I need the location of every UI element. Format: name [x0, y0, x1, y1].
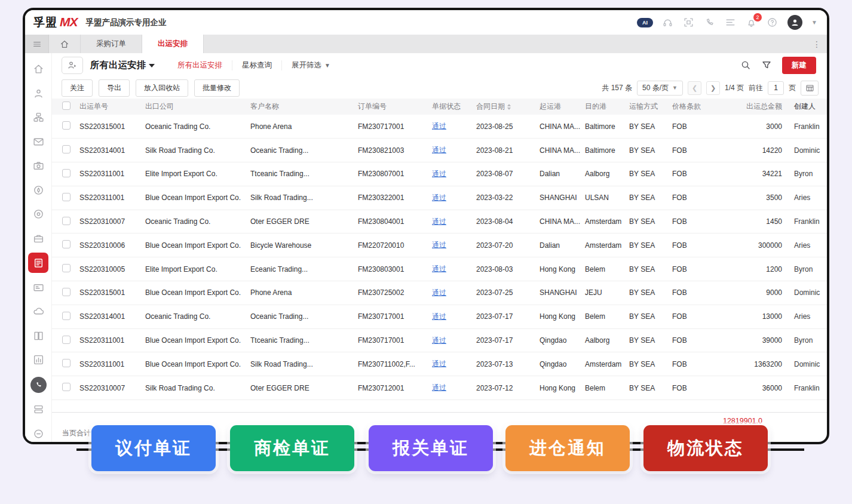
status-link[interactable]: 通过 [432, 336, 446, 345]
status-link[interactable]: 通过 [432, 146, 446, 154]
scan-icon[interactable] [683, 17, 695, 29]
table-row[interactable]: SS220315001Blue Ocean Import Export Co.P… [52, 281, 829, 305]
status-link[interactable]: 通过 [432, 217, 446, 226]
workflow-button-议付单证[interactable]: 议付单证 [91, 425, 216, 471]
current-view-title[interactable]: 所有出运安排 [90, 59, 155, 72]
row-checkbox[interactable] [62, 121, 71, 130]
row-checkbox[interactable] [62, 240, 71, 248]
table-row[interactable]: SS220314001Silk Road Trading Co.Oceanic … [52, 139, 829, 162]
row-checkbox[interactable] [62, 217, 71, 225]
workspace-menu-icon[interactable] [25, 35, 49, 53]
row-checkbox[interactable] [62, 193, 71, 201]
tab-home[interactable] [49, 35, 81, 53]
top-bar: 孚盟 MX 孚盟产品演示专用企业 AI 2 ▼ [25, 10, 827, 35]
row-checkbox[interactable] [62, 169, 71, 177]
sidebar-home-icon[interactable] [31, 62, 46, 76]
table-row[interactable]: SS220310005Elite Import Export Co.Eceani… [52, 257, 829, 281]
sidebar-chart-icon[interactable] [31, 352, 46, 367]
ai-assistant-badge[interactable]: AI [637, 18, 653, 27]
table-row[interactable]: SS220310007Oceanic Trading Co.Oter EGGER… [52, 210, 829, 233]
sidebar-location-icon[interactable] [31, 207, 46, 222]
select-all-checkbox[interactable] [62, 102, 71, 110]
column-header-合同日期[interactable]: 合同日期 [474, 99, 537, 115]
view-tab-星标查询[interactable]: 星标查询 [232, 60, 281, 70]
status-link[interactable]: 通过 [432, 312, 446, 321]
column-header-客户名称: 客户名称 [248, 99, 355, 115]
workflow-button-商检单证[interactable]: 商检单证 [230, 425, 354, 471]
column-settings-icon[interactable] [801, 81, 819, 96]
help-icon[interactable] [767, 17, 779, 29]
status-link[interactable]: 通过 [432, 383, 446, 392]
account-chevron-down-icon[interactable]: ▼ [811, 19, 817, 26]
next-page-button[interactable]: ❯ [706, 81, 720, 95]
table-row[interactable]: SS220311001Blue Ocean Import Export Co.S… [52, 186, 829, 210]
table-row[interactable]: SS220310006Blue Ocean Import Export Co.B… [52, 233, 829, 257]
status-link[interactable]: 通过 [432, 359, 446, 368]
row-checkbox[interactable] [62, 383, 71, 391]
filter-funnel-icon[interactable] [761, 60, 773, 71]
page-size-select[interactable]: 50 条/页 ▼ [637, 81, 683, 96]
status-link[interactable]: 通过 [432, 265, 446, 273]
row-checkbox[interactable] [62, 145, 71, 153]
search-icon[interactable] [740, 60, 752, 71]
table-row[interactable]: SS220310007Silk Road Trading Co.Oter EGG… [52, 376, 829, 400]
action-button-导出[interactable]: 导出 [99, 79, 130, 97]
sidebar-camera-icon[interactable] [31, 158, 46, 173]
cell-date: 2023-08-07 [474, 162, 537, 186]
sidebar-user-icon[interactable] [31, 86, 46, 101]
sidebar-shipping-doc-icon[interactable] [28, 253, 48, 273]
view-switcher-button[interactable] [62, 57, 83, 74]
row-checkbox[interactable] [62, 288, 71, 296]
tab-出运安排[interactable]: 出运安排 [142, 35, 204, 53]
cell-exporter: Elite Import Export Co. [143, 162, 248, 186]
status-link[interactable]: 通过 [432, 241, 446, 249]
tab-采购订单[interactable]: 采购订单 [81, 35, 142, 53]
row-checkbox[interactable] [62, 359, 71, 367]
table-row[interactable]: SS220311001Blue Ocean Import Export Co.T… [52, 328, 829, 352]
row-checkbox[interactable] [62, 336, 71, 344]
sort-icon[interactable] [507, 104, 511, 110]
prev-page-button[interactable]: ❮ [688, 81, 701, 95]
cell-terms: FOB [670, 376, 718, 400]
headset-icon[interactable] [662, 17, 674, 29]
sidebar-compass-icon[interactable] [31, 183, 46, 198]
workflow-button-进仓通知[interactable]: 进仓通知 [505, 425, 630, 471]
view-tab-所有出运安排[interactable]: 所有出运安排 [168, 60, 232, 70]
tabstrip-more-icon[interactable]: ⋮ [813, 39, 821, 49]
sidebar-briefcase-icon[interactable] [31, 231, 46, 246]
table-row[interactable]: SS220311001Elite Import Export Co.Ttcean… [52, 162, 829, 186]
status-link[interactable]: 通过 [432, 122, 446, 130]
lines-icon[interactable] [725, 17, 737, 29]
table-row[interactable]: SS220315001Oceanic Trading Co.Phone Aren… [52, 115, 829, 139]
phone-icon[interactable] [704, 17, 716, 29]
bell-icon[interactable]: 2 [746, 17, 758, 29]
goto-page-input[interactable] [768, 81, 784, 95]
sidebar-layers-icon[interactable] [31, 402, 46, 417]
sidebar-book-icon[interactable] [31, 328, 46, 343]
row-checkbox[interactable] [62, 312, 71, 320]
action-button-批量修改[interactable]: 批量修改 [194, 79, 240, 97]
action-bar: 关注导出放入回收站批量修改 共 157 条 50 条/页 ▼ ❮ ❯ 1/4 页… [52, 77, 827, 99]
sidebar-org-icon[interactable] [31, 110, 46, 125]
sidebar-mail-icon[interactable] [31, 134, 46, 149]
table-row[interactable]: SS220311001Blue Ocean Import Export Co.S… [52, 352, 829, 376]
table-row[interactable]: SS220314001Oceanic Trading Co.Oceanic Tr… [52, 305, 829, 328]
status-link[interactable]: 通过 [432, 288, 446, 297]
app-window: 孚盟 MX 孚盟产品演示专用企业 AI 2 ▼ 采购订单出运安排 ⋮ [23, 8, 829, 444]
workflow-button-物流状态[interactable]: 物流状态 [643, 425, 768, 471]
row-checkbox[interactable] [62, 264, 71, 272]
view-tab-展开筛选[interactable]: 展开筛选▼ [281, 60, 340, 70]
sidebar-phone-dark-icon[interactable] [30, 377, 47, 393]
sidebar-cloud-icon[interactable] [31, 304, 46, 319]
avatar[interactable] [787, 15, 802, 30]
cell-status: 通过 [430, 305, 474, 328]
sidebar-card-icon[interactable] [31, 280, 46, 295]
action-button-放入回收站[interactable]: 放入回收站 [136, 79, 188, 97]
cell-ship_no: SS220311001 [77, 186, 143, 210]
new-record-button[interactable]: 新建 [782, 57, 816, 74]
action-button-关注[interactable]: 关注 [62, 79, 93, 97]
status-link[interactable]: 通过 [432, 193, 446, 202]
workflow-button-报关单证[interactable]: 报关单证 [369, 425, 493, 471]
cell-amount: 1363200 [718, 352, 788, 376]
status-link[interactable]: 通过 [432, 170, 446, 178]
